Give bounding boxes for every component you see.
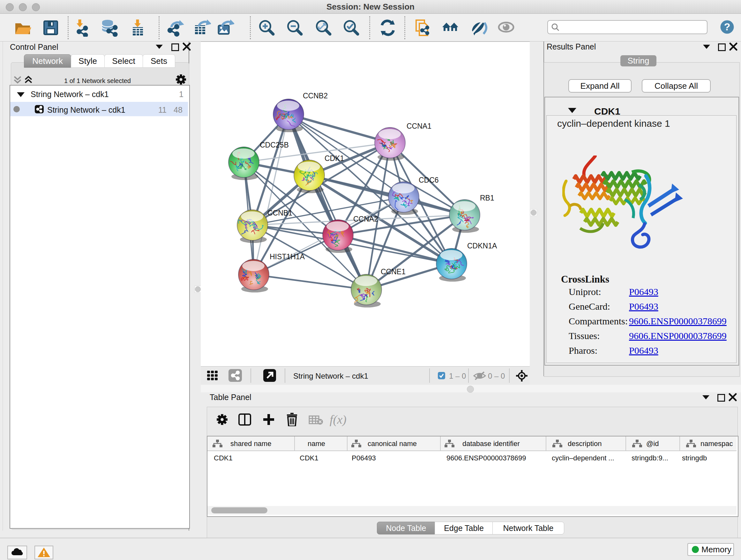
svg-text:CCNB2: CCNB2 <box>303 91 328 100</box>
svg-text:CCNB1: CCNB1 <box>267 209 292 217</box>
svg-text:RB1: RB1 <box>480 194 494 202</box>
svg-text:CDK1: CDK1 <box>325 154 344 163</box>
svg-text:CCNE1: CCNE1 <box>381 267 406 276</box>
svg-text:?: ? <box>724 21 731 33</box>
svg-text:HIST1H1A: HIST1H1A <box>270 253 305 261</box>
svg-text:CDKN1A: CDKN1A <box>467 242 497 250</box>
svg-text:CCNA1: CCNA1 <box>407 122 431 130</box>
svg-text:CDC6: CDC6 <box>419 176 439 184</box>
svg-text:CDC25B: CDC25B <box>260 141 289 149</box>
svg-text:CCNA2: CCNA2 <box>353 215 378 223</box>
